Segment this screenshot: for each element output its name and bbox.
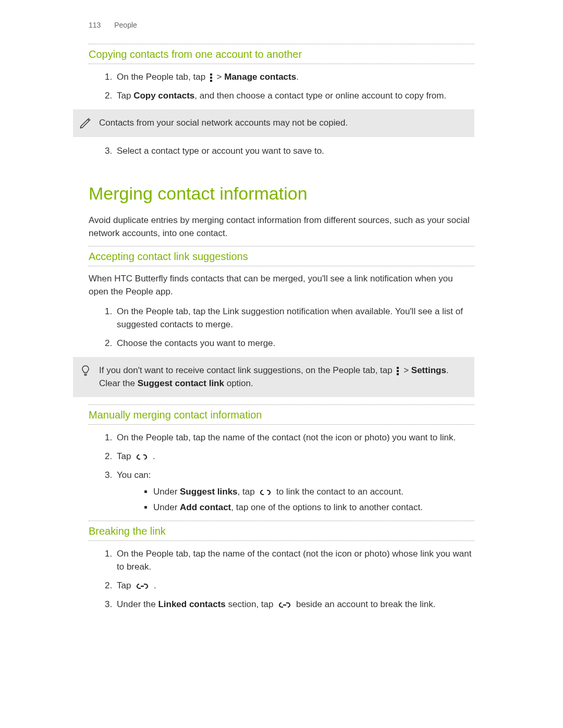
divider xyxy=(89,424,474,425)
add-contact-label: Add contact xyxy=(180,502,231,512)
manual-page: 113 People Copying contacts from one acc… xyxy=(0,0,563,728)
divider xyxy=(89,404,474,405)
divider xyxy=(89,540,474,541)
list-item: You can: Under Suggest links, tap to lin… xyxy=(115,468,474,514)
tip-callout: If you don't want to receive contact lin… xyxy=(73,357,474,397)
break-link-icon xyxy=(277,598,292,612)
copying-steps-cont: Select a contact type or account you wan… xyxy=(89,144,474,158)
subheading-manual: Manually merging contact information xyxy=(89,407,474,423)
break-link-icon xyxy=(134,579,150,593)
divider xyxy=(89,246,474,246)
breaking-steps: On the People tab, tap the name of the c… xyxy=(89,547,474,612)
pencil-icon xyxy=(78,116,93,130)
list-item: Select a contact type or account you wan… xyxy=(115,144,474,158)
lightbulb-icon xyxy=(78,363,93,378)
page-section: People xyxy=(114,21,137,29)
list-item: On the People tab, tap the name of the c… xyxy=(115,547,474,574)
subheading-breaking: Breaking the link xyxy=(89,523,474,539)
manual-bullets: Under Suggest links, tap to link the con… xyxy=(117,485,474,514)
subheading-copying: Copying contacts from one account to ano… xyxy=(89,46,474,63)
merging-intro: Avoid duplicate entries by merging conta… xyxy=(89,214,474,240)
menu-dots-icon xyxy=(210,73,213,82)
divider xyxy=(89,266,474,266)
list-item: Tap . xyxy=(115,450,474,463)
suggest-links-label: Suggest links xyxy=(180,487,238,497)
note-text: Contacts from your social network accoun… xyxy=(99,118,348,128)
copying-steps: On the People tab, tap > Manage contacts… xyxy=(89,70,474,102)
menu-dots-icon xyxy=(396,367,399,375)
list-item: Under the Linked contacts section, tap b… xyxy=(115,598,474,611)
manage-contacts-label: Manage contacts xyxy=(224,72,296,82)
list-item: On the People tab, tap the name of the c… xyxy=(115,431,474,445)
list-item: Tap . xyxy=(115,579,474,593)
suggest-contact-link-label: Suggest contact link xyxy=(138,378,224,388)
link-chain-icon xyxy=(134,450,149,464)
list-item: On the People tab, tap the Link suggesti… xyxy=(115,305,474,331)
accepting-intro: When HTC Butterfly finds contacts that c… xyxy=(89,273,474,298)
list-item: Tap Copy contacts, and then choose a con… xyxy=(115,89,474,103)
page-header: 113 People xyxy=(89,21,474,29)
list-item: Choose the contacts you want to merge. xyxy=(115,337,474,350)
copy-contacts-label: Copy contacts xyxy=(133,91,194,101)
list-item: Under Add contact, tap one of the option… xyxy=(153,501,474,514)
link-chain-icon xyxy=(258,486,273,499)
linked-contacts-label: Linked contacts xyxy=(158,599,225,609)
divider xyxy=(89,44,474,44)
heading-merging: Merging contact information xyxy=(89,183,474,204)
manual-steps: On the People tab, tap the name of the c… xyxy=(89,431,474,514)
note-callout: Contacts from your social network accoun… xyxy=(73,109,474,137)
accepting-steps: On the People tab, tap the Link suggesti… xyxy=(89,305,474,350)
divider xyxy=(89,521,474,521)
list-item: On the People tab, tap > Manage contacts… xyxy=(115,70,474,84)
list-item: Under Suggest links, tap to link the con… xyxy=(153,485,474,499)
settings-label: Settings xyxy=(411,365,446,375)
subheading-accepting: Accepting contact link suggestions xyxy=(89,249,474,265)
page-number: 113 xyxy=(89,21,101,29)
divider xyxy=(89,64,474,64)
